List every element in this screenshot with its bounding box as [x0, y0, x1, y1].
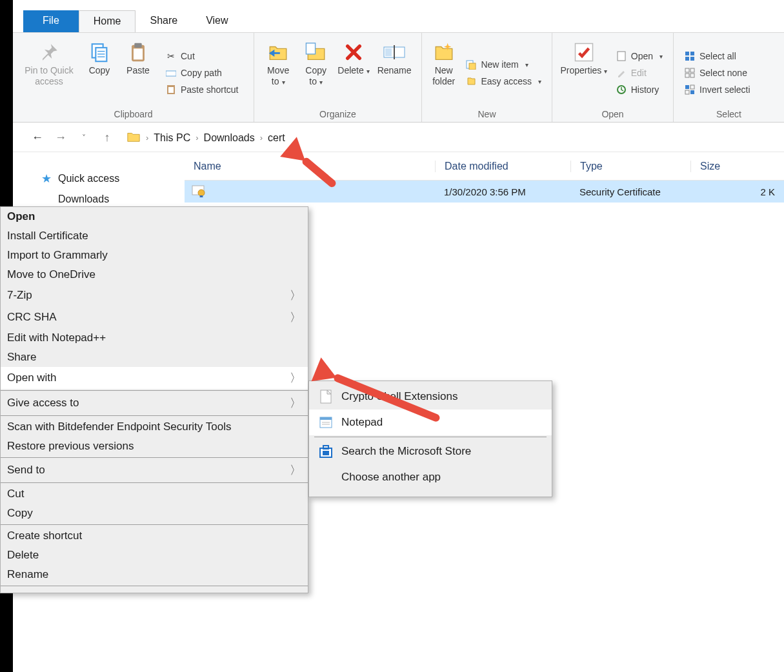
- nav-pane: ★ Quick access Downloads: [27, 168, 169, 209]
- file-icon: [318, 389, 334, 404]
- crumb-cert[interactable]: cert: [268, 132, 285, 144]
- selectall-icon: [684, 50, 696, 62]
- ribbon: Pin to Quick access Copy Paste ✂Cut Copy…: [13, 32, 784, 123]
- crumb-thispc[interactable]: This PC: [154, 132, 190, 144]
- nav-back[interactable]: ←: [28, 131, 46, 144]
- ctx-delete[interactable]: Delete: [1, 546, 308, 565]
- file-row[interactable]: 1/30/2020 3:56 PM Security Certificate 2…: [185, 181, 784, 203]
- downloads-label: Downloads: [58, 193, 109, 205]
- svg-rect-29: [690, 85, 694, 89]
- easy-access-button[interactable]: Easy access: [461, 74, 545, 88]
- easyaccess-icon: [465, 75, 477, 87]
- open-group-label: Open: [559, 109, 667, 121]
- star-icon: ★: [41, 172, 52, 186]
- invert-selection-button[interactable]: Invert selecti: [680, 83, 754, 97]
- nav-row: ← → ˅ ↑ › This PC › Downloads › cert: [13, 124, 784, 152]
- column-headers: ˄Name Date modified Type Size: [185, 152, 784, 181]
- breadcrumb[interactable]: › This PC › Downloads › cert: [126, 130, 285, 146]
- properties-label: Properties: [559, 65, 609, 76]
- ctx-edit-notepadpp[interactable]: Edit with Notepad++: [1, 328, 308, 348]
- col-date[interactable]: Date modified: [435, 161, 570, 172]
- sub-store-label: Search the Microsoft Store: [341, 445, 471, 458]
- new-item-button[interactable]: New item: [461, 57, 545, 72]
- svg-rect-24: [685, 68, 689, 72]
- history-label: History: [631, 84, 659, 95]
- sub-notepad-label: Notepad: [341, 416, 383, 429]
- organize-group-label: Organize: [261, 109, 415, 121]
- svg-rect-21: [690, 52, 694, 55]
- tab-view[interactable]: View: [192, 10, 242, 32]
- nav-recent[interactable]: ˅: [75, 133, 93, 143]
- sub-crypto-shell[interactable]: Crypto Shell Extensions: [309, 384, 552, 410]
- ctx-install-certificate[interactable]: Install Certificate: [1, 226, 308, 246]
- ctx-open[interactable]: Open: [1, 207, 308, 226]
- nav-forward[interactable]: →: [52, 131, 70, 144]
- pin-to-quick-access-button[interactable]: Pin to Quick access: [19, 37, 79, 109]
- sub-notepad[interactable]: Notepad: [309, 410, 552, 435]
- sidebar-quick-access[interactable]: ★ Quick access: [27, 168, 169, 190]
- rename-button[interactable]: Rename: [374, 37, 415, 109]
- newitem-label: New item: [481, 59, 518, 70]
- sub-crypto-label: Crypto Shell Extensions: [341, 390, 457, 403]
- easyaccess-label: Easy access: [481, 76, 532, 86]
- ctx-share[interactable]: Share: [1, 348, 308, 367]
- new-folder-button[interactable]: New folder: [428, 37, 459, 109]
- ctx-bitdefender[interactable]: Scan with Bitdefender Endpoint Security …: [1, 417, 308, 437]
- svg-rect-26: [685, 74, 689, 77]
- sub-choose-another[interactable]: Choose another app: [309, 464, 552, 490]
- sub-search-store[interactable]: Search the Microsoft Store: [309, 439, 552, 464]
- move-to-button[interactable]: Move to: [261, 37, 296, 109]
- moveto-icon: [261, 39, 296, 65]
- select-none-button[interactable]: Select none: [680, 66, 754, 80]
- copy-path-button[interactable]: Copy path: [161, 66, 243, 80]
- store-icon: [318, 444, 334, 459]
- ctx-crc-sha[interactable]: CRC SHA〉: [1, 306, 308, 328]
- ctx-restore-prev[interactable]: Restore previous versions: [1, 437, 308, 456]
- copypath-icon: [165, 67, 177, 79]
- properties-icon: [559, 39, 609, 65]
- paste-shortcut-button[interactable]: Paste shortcut: [161, 83, 243, 97]
- copy-button[interactable]: Copy: [81, 37, 117, 109]
- delete-button[interactable]: Delete: [336, 37, 371, 109]
- svg-rect-13: [385, 48, 392, 56]
- copy-to-button[interactable]: Copy to: [298, 37, 333, 109]
- col-name[interactable]: ˄Name: [185, 161, 435, 172]
- cut-button[interactable]: ✂Cut: [161, 49, 243, 63]
- edit-button[interactable]: Edit: [612, 66, 667, 80]
- col-size[interactable]: Size: [690, 161, 784, 172]
- paste-button[interactable]: Paste: [120, 37, 156, 109]
- ctx-move-onedrive[interactable]: Move to OneDrive: [1, 265, 308, 284]
- ctx-cut[interactable]: Cut: [1, 484, 308, 504]
- history-button[interactable]: History: [612, 83, 667, 97]
- open-dropdown-button[interactable]: Open: [612, 49, 667, 63]
- open-icon: [616, 50, 627, 62]
- open-with-submenu: Crypto Shell Extensions Notepad Search t…: [308, 380, 552, 497]
- new-group-label: New: [428, 109, 545, 121]
- tab-home[interactable]: Home: [79, 10, 136, 32]
- pin-icon: [19, 39, 79, 65]
- ctx-rename[interactable]: Rename: [1, 565, 308, 584]
- select-all-button[interactable]: Select all: [680, 49, 754, 63]
- svg-rect-30: [685, 90, 689, 94]
- ctx-send-to[interactable]: Send to〉: [1, 459, 308, 481]
- file-list: ˄Name Date modified Type Size 1/30/2020 …: [185, 152, 784, 203]
- ctx-separator: [1, 415, 308, 416]
- chevron-right-icon: 〉: [290, 395, 301, 411]
- nav-up[interactable]: ↑: [98, 131, 116, 144]
- ctx-import-grammarly[interactable]: Import to Grammarly: [1, 246, 308, 265]
- ctx-copy[interactable]: Copy: [1, 504, 308, 523]
- ctx-open-with[interactable]: Open with〉: [1, 367, 308, 389]
- svg-rect-7: [134, 48, 143, 59]
- col-type[interactable]: Type: [570, 161, 690, 172]
- ctx-create-shortcut[interactable]: Create shortcut: [1, 526, 308, 546]
- chevron-right-icon: 〉: [290, 462, 301, 478]
- selectall-label: Select all: [699, 51, 736, 61]
- tab-file[interactable]: File: [23, 10, 79, 32]
- crumb-downloads[interactable]: Downloads: [204, 132, 255, 144]
- ctx-7zip[interactable]: 7-Zip〉: [1, 284, 308, 306]
- ctx-give-access[interactable]: Give access to〉: [1, 392, 308, 414]
- ctx-separator: [1, 482, 308, 483]
- properties-button[interactable]: Properties: [559, 37, 609, 109]
- clipboard-group-label: Clipboard: [19, 109, 247, 121]
- tab-share[interactable]: Share: [136, 10, 192, 32]
